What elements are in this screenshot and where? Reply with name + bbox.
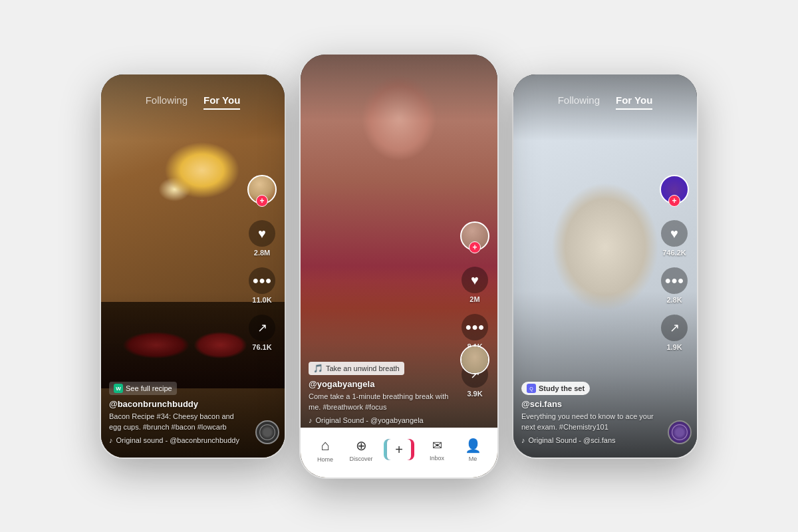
phone3-comment-icon: ●●● xyxy=(661,267,688,294)
phone2-avatar-container[interactable]: + xyxy=(460,221,489,251)
phone3-description: Everything you need to know to ace your … xyxy=(521,412,657,432)
discover-label: Discover xyxy=(349,456,372,462)
phone1-music-icon: ♪ xyxy=(109,436,113,444)
phone3-share-icon: ↗ xyxy=(661,315,688,341)
phone2-music-text: Original Sound - @yogabyangela xyxy=(316,416,424,424)
me-icon: 👤 xyxy=(465,438,481,454)
phone2-bottom-info: 🎵 Take an unwind breath @yogabyangela Co… xyxy=(309,362,461,424)
phone1-comment-count: 11.0K xyxy=(252,296,271,304)
phone1-music-row: ♪ Original sound - @baconbrunchbuddy xyxy=(109,436,245,444)
phone2-badge-text: Take an unwind breath xyxy=(326,364,400,372)
phone2-comment-icon: ●●● xyxy=(462,314,488,340)
phone2-share-count: 3.9K xyxy=(467,390,482,398)
tab-following-3[interactable]: Following xyxy=(558,94,600,110)
phone1-share-count: 76.1K xyxy=(252,343,271,351)
phone3-side-actions: + ♥ 746.2K ●●● 2.8K ↗ 1.9K xyxy=(660,175,689,351)
create-button[interactable]: + xyxy=(384,439,414,460)
phone1-share-btn[interactable]: ↗ 76.1K xyxy=(249,315,275,351)
phone1-music-disc xyxy=(255,420,279,444)
phone2-music-icon: ♪ xyxy=(309,416,313,424)
phone2-yoga-inner xyxy=(462,346,488,373)
inbox-label: Inbox xyxy=(430,455,444,462)
phone2-heart-icon: ♥ xyxy=(462,267,488,293)
phone1-heart-icon: ♥ xyxy=(249,220,275,247)
phone2-music-row: ♪ Original Sound - @yogabyangela xyxy=(309,416,461,424)
phone2-like-btn[interactable]: ♥ 2M xyxy=(462,267,488,303)
phone2-breath-badge[interactable]: 🎵 Take an unwind breath xyxy=(309,362,404,375)
home-label: Home xyxy=(317,456,333,463)
me-label: Me xyxy=(469,456,477,462)
tab-following-1[interactable]: Following xyxy=(146,94,188,110)
phone3-follow-plus[interactable]: + xyxy=(668,195,680,207)
phone3-like-btn[interactable]: ♥ 746.2K xyxy=(661,220,688,257)
home-icon: ⌂ xyxy=(321,437,329,454)
phone-1: Following For You + ♥ 2.8M ●●● 11.0K ↗ 7… xyxy=(100,73,286,459)
phone1-avatar-container[interactable]: + xyxy=(247,175,277,204)
tab-foryou-1[interactable]: For You xyxy=(203,94,240,110)
recipe-icon: W xyxy=(114,384,123,393)
phone2-yoga-figure xyxy=(460,345,489,374)
phone3-music-icon: ♪ xyxy=(521,436,525,444)
phone3-music-text: Original Sound - @sci.fans xyxy=(529,436,616,444)
inbox-icon: ✉ xyxy=(432,438,442,453)
phone3-comment-count: 2.8K xyxy=(666,296,682,304)
phone1-comment-btn[interactable]: ●●● 11.0K xyxy=(249,267,275,304)
phone2-bottom-nav: ⌂ Home ⊕ Discover + ✉ Inbox 👤 Me xyxy=(301,428,497,477)
phone2-username[interactable]: @yogabyangela xyxy=(309,379,461,389)
phone3-badge-text: Study the set xyxy=(539,384,585,392)
nav-me[interactable]: 👤 Me xyxy=(460,438,486,462)
phone3-music-row: ♪ Original Sound - @sci.fans xyxy=(521,436,657,444)
phone1-music-text: Original sound - @baconbrunchbuddy xyxy=(116,436,239,444)
phones-container: Following For You + ♥ 2.8M ●●● 11.0K ↗ 7… xyxy=(80,33,718,499)
phone1-share-icon: ↗ xyxy=(249,315,275,341)
phone1-follow-plus[interactable]: + xyxy=(256,195,268,207)
phone1-username[interactable]: @baconbrunchbuddy xyxy=(109,399,245,409)
phone3-avatar-container[interactable]: + xyxy=(660,175,689,204)
phone2-like-count: 2M xyxy=(469,295,479,303)
phone-2: + ♥ 2M ●●● 8.1K ↗ 3.9K 🎵 Take an unwind xyxy=(299,53,499,479)
phone3-username[interactable]: @sci.fans xyxy=(521,399,657,409)
phone3-share-btn[interactable]: ↗ 1.9K xyxy=(661,315,688,351)
phone1-like-btn[interactable]: ♥ 2.8M xyxy=(249,220,275,257)
phone3-study-badge[interactable]: Q Study the set xyxy=(521,382,590,395)
nav-home[interactable]: ⌂ Home xyxy=(312,437,338,463)
phone3-bottom-info: Q Study the set @sci.fans Everything you… xyxy=(521,381,657,444)
study-icon: Q xyxy=(527,384,536,393)
nav-discover[interactable]: ⊕ Discover xyxy=(348,438,374,462)
phone1-recipe-badge[interactable]: W See full recipe xyxy=(109,382,177,395)
nav-inbox[interactable]: ✉ Inbox xyxy=(424,438,450,462)
phone1-comment-icon: ●●● xyxy=(249,267,275,294)
phone3-comment-btn[interactable]: ●●● 2.8K xyxy=(661,267,688,304)
phone-3: Following For You + ♥ 746.2K ●●● 2.8K ↗ … xyxy=(512,73,698,459)
phone2-top-gradient xyxy=(301,55,497,121)
phone3-nav-tabs: Following For You xyxy=(513,94,697,110)
phone1-side-actions: + ♥ 2.8M ●●● 11.0K ↗ 76.1K xyxy=(247,175,277,351)
phone3-music-disc xyxy=(668,420,692,444)
phone1-nav-tabs: Following For You xyxy=(101,94,285,110)
phone3-heart-icon: ♥ xyxy=(661,220,688,247)
discover-icon: ⊕ xyxy=(356,438,367,454)
phone1-bottom-info: W See full recipe @baconbrunchbuddy Baco… xyxy=(109,381,245,444)
phone2-description: Come take a 1-minute breathing break wit… xyxy=(309,392,461,412)
phone2-follow-plus[interactable]: + xyxy=(469,241,481,253)
phone1-badge-text: See full recipe xyxy=(126,384,172,392)
nav-create[interactable]: + xyxy=(384,439,414,460)
phone1-description: Bacon Recipe #34: Cheesy bacon and egg c… xyxy=(109,412,245,432)
create-plus-icon: + xyxy=(395,442,403,458)
phone3-share-count: 1.9K xyxy=(666,343,682,351)
tab-foryou-3[interactable]: For You xyxy=(616,94,652,110)
phone1-like-count: 2.8M xyxy=(254,249,270,257)
breath-icon: 🎵 xyxy=(313,364,323,373)
phone3-like-count: 746.2K xyxy=(662,249,686,257)
